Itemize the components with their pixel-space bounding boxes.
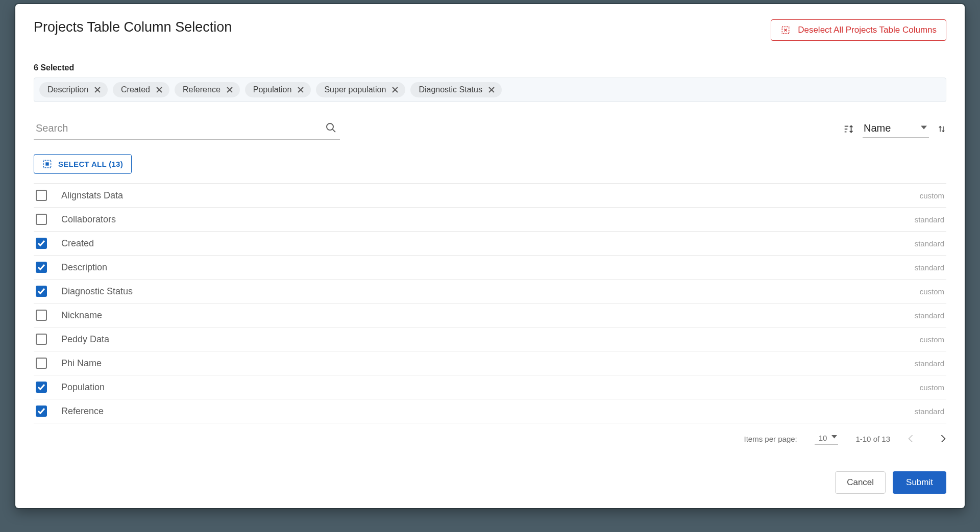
sort-icon [843, 123, 854, 135]
select-all-button[interactable]: SELECT ALL (13) [34, 154, 132, 174]
row-label: Nickname [61, 310, 915, 321]
row-label: Peddy Data [61, 334, 920, 345]
selected-chip: Super population [316, 82, 405, 97]
search-icon [325, 121, 337, 134]
row-type: standard [915, 359, 944, 368]
sort-by-select[interactable]: Name [863, 120, 929, 138]
row-checkbox[interactable] [36, 238, 47, 249]
selected-chip: Population [245, 82, 311, 97]
row-type: custom [920, 191, 944, 200]
column-selection-modal: Projects Table Column Selection Deselect… [15, 4, 965, 508]
column-row[interactable]: Nicknamestandard [34, 303, 946, 327]
column-row[interactable]: Populationcustom [34, 375, 946, 399]
caret-down-icon [831, 435, 837, 439]
row-label: Description [61, 262, 915, 273]
row-checkbox[interactable] [36, 382, 47, 393]
row-checkbox[interactable] [36, 190, 47, 201]
column-list: Alignstats DatacustomCollaboratorsstanda… [34, 183, 946, 423]
modal-title: Projects Table Column Selection [34, 19, 232, 35]
items-per-page-select[interactable]: 10 [815, 433, 839, 445]
chip-label: Created [121, 85, 150, 94]
prev-page-button[interactable] [908, 435, 915, 442]
chip-remove-icon[interactable] [297, 86, 305, 94]
chip-label: Super population [324, 85, 386, 94]
column-row[interactable]: Alignstats Datacustom [34, 183, 946, 208]
svg-rect-24 [45, 162, 48, 165]
column-row[interactable]: Referencestandard [34, 399, 946, 423]
chip-remove-icon[interactable] [155, 86, 163, 94]
row-type: standard [915, 263, 944, 272]
chip-remove-icon[interactable] [93, 86, 102, 94]
row-type: standard [915, 239, 944, 248]
chip-label: Population [253, 85, 292, 94]
column-row[interactable]: Diagnostic Statuscustom [34, 280, 946, 303]
column-row[interactable]: Peddy Datacustom [34, 327, 946, 351]
row-label: Reference [61, 406, 915, 417]
selected-chip: Created [113, 82, 169, 97]
row-checkbox[interactable] [36, 262, 47, 273]
cancel-button[interactable]: Cancel [835, 471, 886, 494]
row-label: Diagnostic Status [61, 286, 920, 297]
row-type: custom [920, 287, 944, 296]
deselect-icon [780, 25, 791, 35]
submit-button[interactable]: Submit [893, 471, 946, 494]
row-type: standard [915, 407, 944, 416]
row-type: standard [915, 215, 944, 224]
selected-chips-bar: DescriptionCreatedReferencePopulationSup… [34, 78, 946, 102]
chip-label: Reference [183, 85, 220, 94]
page-range: 1-10 of 13 [855, 435, 890, 443]
row-type: custom [920, 383, 944, 392]
paginator: Items per page: 10 1-10 of 13 [34, 433, 946, 445]
column-row[interactable]: Descriptionstandard [34, 256, 946, 280]
chip-label: Description [47, 85, 88, 94]
row-label: Population [61, 382, 920, 393]
next-page-button[interactable] [939, 435, 946, 442]
row-type: custom [920, 335, 944, 344]
select-all-icon [42, 159, 52, 169]
row-label: Collaborators [61, 214, 915, 225]
chip-remove-icon[interactable] [391, 86, 399, 94]
column-row[interactable]: Collaboratorsstandard [34, 208, 946, 232]
row-label: Alignstats Data [61, 190, 920, 201]
row-label: Created [61, 238, 915, 249]
column-row[interactable]: Createdstandard [34, 232, 946, 256]
chip-label: Diagnostic Status [419, 85, 482, 94]
row-checkbox[interactable] [36, 406, 47, 417]
deselect-all-button[interactable]: Deselect All Projects Table Columns [771, 19, 946, 41]
selected-count: 6 Selected [34, 63, 946, 72]
chip-remove-icon[interactable] [487, 86, 496, 94]
column-row[interactable]: Phi Namestandard [34, 351, 946, 375]
items-per-page-label: Items per page: [744, 435, 797, 443]
row-checkbox[interactable] [36, 334, 47, 345]
row-checkbox[interactable] [36, 286, 47, 297]
selected-chip: Diagnostic Status [410, 82, 502, 97]
row-checkbox[interactable] [36, 358, 47, 369]
row-checkbox[interactable] [36, 310, 47, 321]
select-all-label: SELECT ALL (13) [58, 160, 123, 168]
row-type: standard [915, 311, 944, 320]
selected-chip: Description [39, 82, 108, 97]
chip-remove-icon[interactable] [226, 86, 234, 94]
row-checkbox[interactable] [36, 214, 47, 225]
svg-line-16 [333, 130, 336, 133]
search-input[interactable] [34, 118, 340, 140]
svg-point-15 [327, 123, 333, 130]
deselect-all-label: Deselect All Projects Table Columns [798, 25, 937, 35]
row-label: Phi Name [61, 358, 915, 369]
selected-chip: Reference [175, 82, 240, 97]
sort-direction-toggle[interactable] [937, 124, 946, 134]
